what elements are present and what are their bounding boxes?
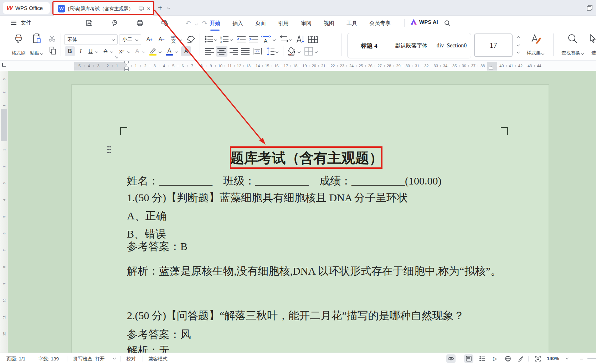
distribute-icon[interactable]: <> [252, 48, 262, 55]
tab-stop-selector-icon[interactable] [2, 63, 6, 67]
style-gallery-more-icon[interactable] [516, 50, 521, 54]
web-layout-icon[interactable] [503, 354, 513, 363]
fit-page-icon[interactable] [533, 354, 543, 363]
bold-button[interactable]: B [65, 46, 75, 56]
increase-indent-icon[interactable] [249, 35, 258, 43]
compat-mode[interactable]: 兼容模式 [148, 356, 168, 362]
text-direction-chevron-icon[interactable] [289, 38, 292, 41]
proofread-button[interactable]: 校对 [126, 356, 136, 362]
line-spacing-icon[interactable] [265, 47, 274, 56]
word-count[interactable]: 字数: 139 [38, 356, 59, 362]
char-scale-chevron-icon[interactable] [273, 38, 276, 41]
justify-icon[interactable] [241, 48, 250, 55]
global-menu-icon[interactable] [11, 21, 16, 25]
vertical-ruler[interactable]: 321 123456789101112 [0, 71, 8, 353]
style-default-paragraph[interactable]: 默认段落字体 [390, 42, 432, 49]
italic-button[interactable]: I [76, 46, 85, 56]
zoom-level[interactable]: 140% [547, 356, 559, 361]
style-set-icon[interactable] [530, 33, 541, 44]
superscript-chevron-icon[interactable] [127, 50, 130, 53]
tab-insert[interactable]: 插入 [232, 20, 243, 27]
answer-1[interactable]: 参考答案：B [127, 239, 187, 254]
align-center-button[interactable] [216, 46, 227, 57]
format-painter-label[interactable]: 格式刷 [8, 50, 29, 56]
answer-2[interactable]: 参考答案：风 [127, 327, 191, 342]
copy-icon[interactable] [49, 46, 56, 55]
explanation-2[interactable]: 解析：无 [127, 343, 170, 353]
outline-view-icon[interactable] [478, 354, 487, 363]
zoom-slider[interactable] [587, 358, 596, 359]
page-indicator[interactable]: 页面: 1/1 [6, 356, 25, 362]
print-icon[interactable] [136, 19, 144, 27]
new-tab-button[interactable]: + [158, 4, 162, 12]
borders-chevron-icon[interactable] [315, 50, 318, 53]
font-dialog-launcher-icon[interactable] [115, 56, 118, 59]
paragraph-drag-handle-icon[interactable] [106, 146, 113, 155]
superscript-button[interactable]: X² [116, 46, 127, 56]
shading-chevron-icon[interactable] [298, 50, 300, 53]
paste-label[interactable]: 粘贴 [26, 50, 46, 56]
strikethrough-chevron-icon[interactable] [110, 50, 113, 53]
numbered-list-chevron-icon[interactable] [230, 38, 233, 41]
font-color-button[interactable]: A [165, 46, 174, 56]
search-icon[interactable] [444, 20, 451, 26]
increase-font-button[interactable]: A+ [144, 34, 155, 45]
align-left-icon[interactable] [205, 48, 214, 55]
document-tab[interactable]: W [只读]题库考试（含有主观题） × [54, 2, 153, 16]
tab-close-icon[interactable]: × [147, 5, 150, 12]
bullet-list-chevron-icon[interactable] [214, 38, 217, 41]
save-icon[interactable] [86, 19, 93, 27]
underline-chevron-icon[interactable] [95, 50, 98, 53]
print-preview-icon[interactable] [161, 19, 169, 27]
document-title[interactable]: 题库考试（含有主观题） [230, 147, 383, 169]
question-2[interactable]: 2.(50 分)【问答题】“解落三秋叶，能开二月花”描写的是哪种自然现象？ [127, 308, 464, 323]
tab-tools[interactable]: 工具 [346, 20, 357, 27]
page-view-icon[interactable] [464, 354, 473, 363]
table-layout-icon[interactable] [308, 35, 318, 43]
find-replace-label[interactable]: 查找替换 [556, 50, 589, 56]
menu-file[interactable]: 文件 [21, 20, 31, 26]
format-painter-icon[interactable] [14, 33, 24, 44]
brand-pill[interactable]: W WPS Office [3, 2, 50, 14]
document-page[interactable]: 题库考试（含有主观题） 姓名：__________ 班级：__________ … [71, 84, 549, 353]
paste-icon[interactable] [32, 33, 41, 44]
char-shading-button[interactable]: A [181, 46, 191, 56]
strikethrough-button[interactable]: A [101, 46, 110, 56]
underline-button[interactable]: U [86, 46, 95, 56]
selection-pane-icon[interactable] [589, 34, 596, 43]
font-name-select[interactable]: 宋体 [64, 34, 118, 45]
selection-pane-label[interactable]: 选择 [587, 50, 596, 56]
find-replace-icon[interactable] [567, 33, 577, 43]
style-set-label[interactable]: 样式集 [522, 50, 549, 56]
decrease-indent-icon[interactable] [237, 35, 246, 43]
text-direction-icon[interactable] [279, 35, 289, 43]
horizontal-ruler[interactable]: 54321 1234567891011121314151617181920212… [0, 61, 596, 71]
align-right-icon[interactable] [230, 48, 238, 55]
tab-review[interactable]: 审阅 [301, 20, 312, 27]
play-slideshow-icon[interactable]: ▷ [490, 354, 500, 363]
shading-fill-icon[interactable] [287, 46, 297, 56]
zoom-out-button[interactable]: − [580, 356, 583, 363]
tab-list-chevron-icon[interactable] [167, 6, 170, 9]
export-pdf-icon[interactable] [111, 19, 119, 27]
tab-page[interactable]: 页面 [255, 20, 266, 27]
line-spacing-chevron-icon[interactable] [276, 50, 278, 53]
question-1[interactable]: 1.(50 分)【判断题】蓝藻细胞具有细胞核且 DNA 分子呈环状 [127, 191, 408, 205]
char-scale-icon[interactable]: A [261, 34, 272, 43]
decrease-font-button[interactable]: A− [156, 34, 167, 45]
pinyin-chevron-icon[interactable] [179, 38, 182, 41]
zoom-chevron-icon[interactable] [566, 357, 569, 359]
option-a[interactable]: A、正确 [127, 209, 167, 223]
style-heading4[interactable]: 标题 4 [348, 42, 390, 50]
pinyin-guide-button[interactable]: wén 文 [169, 33, 178, 46]
borders-icon[interactable] [304, 47, 313, 56]
eye-protection-icon[interactable] [446, 354, 456, 363]
style-selected[interactable]: 17 [474, 33, 513, 57]
style-div-section0[interactable]: div_Section0 [432, 42, 471, 49]
tab-membership[interactable]: 会员专享 [369, 20, 391, 27]
font-size-select[interactable]: 小二 [119, 34, 141, 45]
clear-format-icon[interactable] [186, 35, 195, 43]
info-line[interactable]: 姓名：__________ 班级：__________ 成绩：_________… [127, 174, 441, 188]
window-restore-icon[interactable] [586, 5, 593, 11]
style-scroll-down-icon[interactable] [516, 43, 521, 47]
